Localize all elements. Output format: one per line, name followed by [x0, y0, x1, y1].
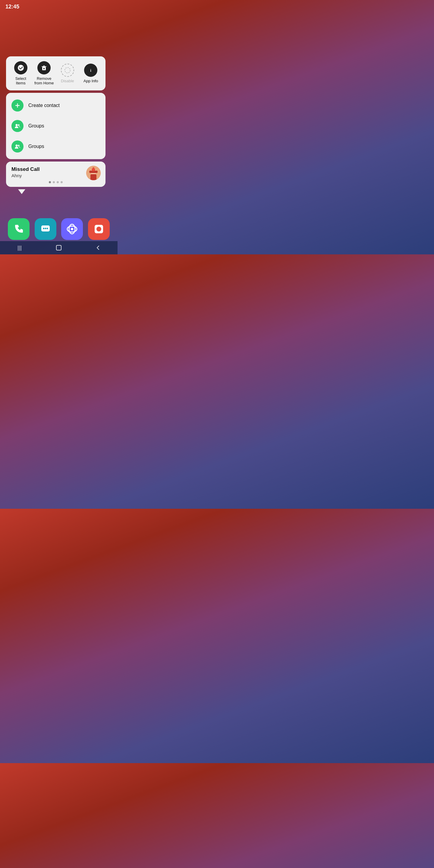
svg-point-0: [18, 65, 24, 71]
svg-rect-5: [43, 65, 45, 66]
dot-1: [49, 181, 51, 183]
create-contact-icon: [11, 99, 24, 112]
app-info-button[interactable]: i App Info: [80, 64, 101, 84]
action-bar: SelectItems Removefrom Home Disable: [6, 56, 105, 90]
app-info-icon: i: [84, 64, 97, 77]
dot-3: [57, 181, 59, 183]
svg-point-22: [43, 228, 44, 229]
nav-bar: |||: [0, 241, 118, 254]
record-inner: [95, 225, 103, 233]
phone-app-icon[interactable]: [8, 218, 30, 240]
remove-from-home-icon: [37, 61, 51, 74]
dock: [0, 218, 118, 240]
groups-1-label: Groups: [28, 123, 44, 129]
app-info-label: App Info: [84, 79, 98, 84]
status-bar: 12:45: [0, 0, 118, 10]
svg-rect-3: [44, 68, 44, 69]
select-items-button[interactable]: SelectItems: [10, 61, 31, 86]
svg-point-6: [65, 67, 70, 73]
notification-widget[interactable]: Missed Call Ahny: [6, 161, 105, 187]
svg-rect-1: [42, 67, 46, 70]
recent-apps-icon: |||: [18, 245, 22, 251]
svg-point-13: [16, 145, 18, 147]
groups-1-item[interactable]: Groups: [6, 116, 105, 136]
create-contact-item[interactable]: Create contact: [6, 95, 105, 116]
disable-icon: [61, 64, 74, 77]
disable-label: Disable: [61, 79, 74, 84]
launcher-app-icon[interactable]: [61, 218, 83, 240]
select-items-label: SelectItems: [16, 76, 26, 86]
context-menu-area: SelectItems Removefrom Home Disable: [6, 56, 105, 194]
groups-2-icon: [11, 141, 24, 153]
back-button[interactable]: [89, 241, 107, 254]
svg-rect-17: [90, 174, 96, 180]
dot-2: [53, 181, 55, 183]
svg-rect-28: [56, 245, 61, 250]
home-icon: [56, 244, 62, 251]
svg-point-24: [46, 228, 48, 229]
remove-from-home-button[interactable]: Removefrom Home: [33, 61, 55, 86]
svg-point-11: [16, 124, 18, 126]
recent-apps-button[interactable]: |||: [10, 241, 29, 254]
disable-button[interactable]: Disable: [57, 64, 78, 84]
back-icon: [95, 245, 101, 250]
select-items-icon: [14, 61, 27, 74]
remove-from-home-label: Removefrom Home: [34, 76, 54, 86]
messages-app-icon[interactable]: [35, 218, 56, 240]
svg-point-14: [18, 145, 20, 147]
groups-1-icon: [11, 120, 24, 132]
svg-text:i: i: [90, 68, 91, 73]
recorder-app-icon[interactable]: [88, 218, 110, 240]
groups-2-label: Groups: [28, 144, 44, 149]
groups-2-item[interactable]: Groups: [6, 136, 105, 157]
notification-dots: [11, 181, 100, 184]
svg-point-23: [44, 228, 46, 229]
svg-rect-4: [41, 66, 46, 67]
avatar-image: [86, 166, 101, 180]
svg-point-27: [71, 228, 73, 230]
shortcut-menu: Create contact Groups: [6, 93, 105, 159]
tooltip-caret: [18, 189, 25, 194]
record-dot: [96, 227, 101, 231]
notification-avatar: [86, 166, 101, 180]
svg-point-20: [93, 167, 94, 169]
home-button[interactable]: [50, 241, 68, 254]
create-contact-label: Create contact: [28, 103, 60, 108]
dot-4: [61, 181, 63, 183]
svg-rect-2: [43, 68, 44, 69]
status-time: 12:45: [5, 4, 19, 10]
svg-point-12: [18, 124, 20, 126]
